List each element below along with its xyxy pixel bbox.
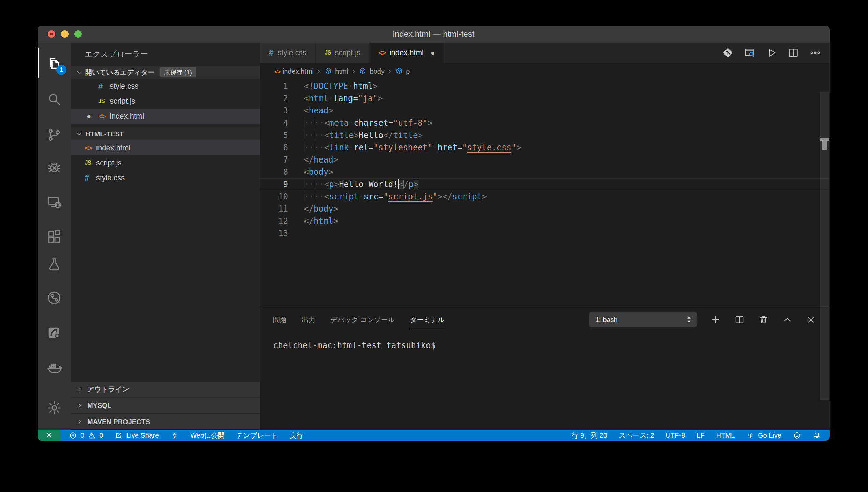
tree-item-index.html[interactable]: <>index.html xyxy=(71,140,260,155)
activity-item-source-control[interactable] xyxy=(38,125,71,145)
open-changes-button[interactable] xyxy=(722,47,734,59)
modified-dot: ● xyxy=(87,112,98,121)
code-editor[interactable]: 1<!DOCTYPE·html>2<html·lang="ja">3<head>… xyxy=(260,79,830,307)
terminal-select[interactable]: 1: bash xyxy=(589,312,697,327)
status-cursor-position[interactable]: 行 9、列 20 xyxy=(571,431,607,440)
code-token: > xyxy=(354,130,359,140)
code-token: > xyxy=(418,130,422,140)
status-language-mode[interactable]: HTML xyxy=(716,432,735,440)
status-publish-web[interactable]: Webに公開 xyxy=(190,431,225,440)
line-content: </html> xyxy=(304,215,338,227)
status-eol[interactable]: LF xyxy=(697,432,704,440)
line-number: 13 xyxy=(260,227,288,240)
run-button[interactable] xyxy=(766,47,777,59)
activity-item-git-graph[interactable] xyxy=(38,288,71,308)
status-bolt[interactable] xyxy=(170,431,179,440)
window-title: index.html — html-test xyxy=(38,26,830,43)
open-editor-index.html[interactable]: ●<>index.html xyxy=(71,109,260,124)
line-number: 7 xyxy=(260,154,288,166)
status-go-live[interactable]: Go Live xyxy=(746,431,781,440)
tree-item-script.js[interactable]: JSscript.js xyxy=(71,155,260,170)
maximize-panel-button[interactable] xyxy=(782,314,792,325)
code-token: </ xyxy=(383,130,393,140)
file-icon: # xyxy=(85,173,96,183)
tab-label: index.html xyxy=(390,48,424,57)
activity-item-search[interactable] xyxy=(38,89,71,109)
breadcrumb-label: index.html xyxy=(283,67,314,75)
breadcrumb-separator: › xyxy=(317,67,321,76)
panel-tab-デバッグ コンソール[interactable]: デバッグ コンソール xyxy=(330,315,395,324)
status-template[interactable]: テンプレート xyxy=(236,431,278,440)
activity-item-manage[interactable] xyxy=(38,398,71,418)
status-encoding[interactable]: UTF-8 xyxy=(666,432,685,440)
section-label: アウトライン xyxy=(87,385,129,394)
status-label: スペース: 2 xyxy=(619,431,654,440)
new-terminal-button[interactable] xyxy=(710,314,721,325)
status-run[interactable]: 実行 xyxy=(289,431,303,440)
code-token: lang xyxy=(333,94,353,103)
source-control-icon xyxy=(46,127,62,143)
activity-item-debug[interactable] xyxy=(38,157,71,178)
code-token: html xyxy=(309,94,328,103)
code-token: Hello xyxy=(339,180,363,189)
breadcrumb-item-index.html[interactable]: <>index.html xyxy=(274,67,314,75)
editor-scrollbar[interactable] xyxy=(820,92,829,400)
terminal-output[interactable]: chelchel-mac:html-test tatsuhiko$ xyxy=(260,332,830,430)
breadcrumb-item-body[interactable]: body xyxy=(359,67,384,75)
sidebar-section-MAVEN PROJECTS[interactable]: MAVEN PROJECTS xyxy=(71,414,260,429)
code-token: ·· xyxy=(314,192,324,201)
file-name: script.js xyxy=(96,158,122,167)
activity-item-explorer[interactable]: 1 xyxy=(38,53,71,74)
activity-item-extensions[interactable] xyxy=(38,227,71,247)
kill-terminal-button[interactable] xyxy=(758,314,768,325)
status-notifications[interactable] xyxy=(813,431,821,440)
activity-item-deploy[interactable] xyxy=(38,322,71,343)
status-label: Live Share xyxy=(126,432,159,440)
code-token: style.css xyxy=(467,143,511,152)
status-label: HTML xyxy=(716,432,735,440)
code-token: < xyxy=(324,192,329,201)
code-token: · xyxy=(363,180,368,189)
status-live-share[interactable]: Live Share xyxy=(115,431,159,440)
code-token: src xyxy=(363,192,378,201)
code-token: < xyxy=(399,180,404,189)
line-number: 5 xyxy=(260,129,288,141)
code-token: title xyxy=(393,130,418,140)
activity-item-remote-explorer[interactable] xyxy=(38,192,71,212)
remote-indicator[interactable] xyxy=(38,430,61,441)
code-token: p xyxy=(329,180,334,189)
tab-style.css[interactable]: #style.css xyxy=(260,43,316,63)
editor-group: #style.cssJSscript.js<>index.html● <>ind… xyxy=(260,43,830,430)
breadcrumb-item-html[interactable]: html xyxy=(324,67,348,75)
code-token: head xyxy=(314,155,333,165)
activity-item-docker[interactable] xyxy=(38,358,71,379)
open-editors-header[interactable]: 開いているエディター 未保存 (1) xyxy=(71,66,260,79)
panel-tab-出力[interactable]: 出力 xyxy=(302,315,315,324)
panel-tab-ターミナル[interactable]: ターミナル xyxy=(410,315,445,324)
more-actions-button[interactable] xyxy=(809,47,821,59)
split-terminal-button[interactable] xyxy=(734,314,745,325)
tab-index.html[interactable]: <>index.html● xyxy=(370,43,444,63)
open-editor-script.js[interactable]: JSscript.js xyxy=(71,94,260,109)
breadcrumb-item-p[interactable]: p xyxy=(395,67,410,75)
status-problems[interactable]: 00 xyxy=(69,431,103,440)
code-token: < xyxy=(304,167,309,177)
close-panel-button[interactable] xyxy=(806,314,816,325)
open-editor-style.css[interactable]: #style.css xyxy=(71,79,260,94)
sidebar-section-アウトライン[interactable]: アウトライン xyxy=(71,382,260,397)
tab-script.js[interactable]: JSscript.js xyxy=(316,43,370,63)
docker-icon xyxy=(46,360,62,376)
activity-item-test[interactable] xyxy=(38,254,71,275)
split-editor-button[interactable] xyxy=(788,47,799,59)
file-icon: # xyxy=(269,48,273,58)
panel-tab-問題[interactable]: 問題 xyxy=(273,315,287,324)
status-feedback[interactable] xyxy=(793,431,801,440)
code-token: Hello xyxy=(359,130,383,140)
open-preview-button[interactable] xyxy=(744,47,755,59)
tree-item-style.css[interactable]: #style.css xyxy=(71,170,260,185)
activity-bar: 1 xyxy=(38,43,71,430)
sidebar-section-MYSQL[interactable]: MYSQL xyxy=(71,398,260,413)
status-indentation[interactable]: スペース: 2 xyxy=(619,431,654,440)
workspace-folder-header[interactable]: HTML-TEST xyxy=(71,127,260,140)
status-bar: 00Live ShareWebに公開テンプレート実行 行 9、列 20スペース:… xyxy=(38,430,830,441)
